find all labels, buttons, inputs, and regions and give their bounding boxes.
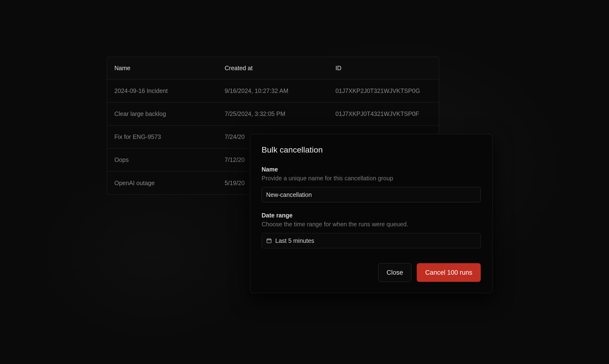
name-field-help: Provide a unique name for this cancellat…	[262, 175, 481, 182]
cell-id: 01J7XKP2J0T321WJVKTSP0G	[335, 87, 431, 94]
cancel-runs-button[interactable]: Cancel 100 runs	[417, 263, 481, 282]
cell-name: Clear large backlog	[114, 110, 225, 117]
date-range-field-label: Date range	[262, 212, 481, 219]
cell-name: Oops	[114, 156, 225, 163]
dialog-actions: Close Cancel 100 runs	[262, 263, 481, 282]
table-row[interactable]: Clear large backlog 7/25/2024, 3:32:05 P…	[107, 103, 439, 126]
table-header-created-at: Created at	[225, 65, 335, 72]
table-header-row: Name Created at ID	[107, 57, 439, 79]
cell-id: 01J7XKPJ0T4321WJVKTSP0F	[335, 110, 431, 117]
date-range-field-block: Date range Choose the time range for whe…	[262, 212, 481, 248]
date-range-field-help: Choose the time range for when the runs …	[262, 221, 481, 228]
calendar-icon	[266, 238, 272, 244]
date-range-select[interactable]: Last 5 minutes	[262, 233, 481, 248]
date-range-selected-value: Last 5 minutes	[275, 237, 314, 244]
cell-created-at: 9/16/2024, 10:27:32 AM	[225, 87, 335, 94]
name-field-block: Name Provide a unique name for this canc…	[262, 166, 481, 202]
close-button[interactable]: Close	[378, 263, 411, 282]
name-field-label: Name	[262, 166, 481, 173]
table-header-name: Name	[114, 65, 225, 72]
svg-rect-0	[267, 239, 271, 243]
bulk-cancellation-dialog: Bulk cancellation Name Provide a unique …	[250, 134, 492, 293]
table-row[interactable]: 2024-09-16 Incident 9/16/2024, 10:27:32 …	[107, 79, 439, 103]
cancellation-name-input[interactable]	[262, 187, 481, 202]
dialog-title: Bulk cancellation	[262, 145, 481, 155]
cell-name: OpenAI outage	[114, 180, 225, 187]
cell-created-at: 7/25/2024, 3:32:05 PM	[225, 110, 335, 117]
cell-name: 2024-09-16 Incident	[114, 87, 225, 94]
table-header-id: ID	[335, 65, 431, 72]
cell-name: Fix for ENG-9573	[114, 133, 225, 140]
